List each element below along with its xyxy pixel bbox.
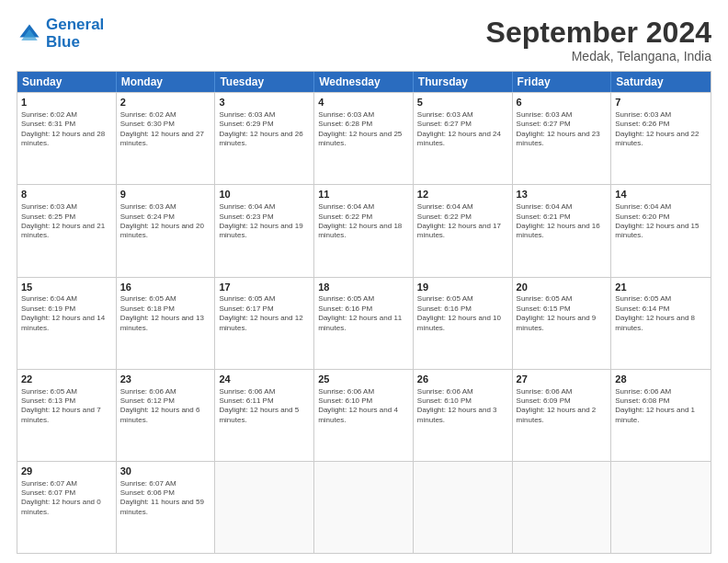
day-number: 7 [615, 96, 707, 109]
day-info: Sunrise: 6:04 AMSunset: 6:21 PMDaylight:… [517, 202, 608, 241]
day-number: 29 [21, 465, 112, 478]
day-info: Sunrise: 6:04 AMSunset: 6:22 PMDaylight:… [417, 202, 508, 241]
day-number: 3 [219, 96, 310, 109]
day-number: 18 [318, 281, 409, 294]
calendar-day-7: 7Sunrise: 6:03 AMSunset: 6:26 PMDaylight… [611, 93, 711, 184]
header-tuesday: Tuesday [215, 72, 314, 92]
calendar-day-6: 6Sunrise: 6:03 AMSunset: 6:27 PMDaylight… [513, 93, 612, 184]
calendar-row-3: 22Sunrise: 6:05 AMSunset: 6:13 PMDayligh… [17, 369, 711, 461]
empty-cell [513, 462, 612, 553]
calendar: Sunday Monday Tuesday Wednesday Thursday… [17, 71, 711, 554]
empty-cell [414, 462, 513, 553]
calendar-day-9: 9Sunrise: 6:03 AMSunset: 6:24 PMDaylight… [117, 185, 216, 276]
day-info: Sunrise: 6:03 AMSunset: 6:27 PMDaylight:… [417, 110, 508, 149]
calendar-day-24: 24Sunrise: 6:06 AMSunset: 6:11 PMDayligh… [215, 370, 314, 461]
header-thursday: Thursday [414, 72, 513, 92]
calendar-day-28: 28Sunrise: 6:06 AMSunset: 6:08 PMDayligh… [611, 370, 711, 461]
calendar-day-2: 2Sunrise: 6:02 AMSunset: 6:30 PMDaylight… [117, 93, 216, 184]
day-number: 11 [318, 188, 409, 201]
empty-cell [215, 462, 314, 553]
calendar-day-17: 17Sunrise: 6:05 AMSunset: 6:17 PMDayligh… [215, 278, 314, 369]
title-block: September 2024 Medak, Telangana, India [486, 17, 711, 63]
day-number: 16 [120, 281, 211, 294]
calendar-day-18: 18Sunrise: 6:05 AMSunset: 6:16 PMDayligh… [314, 278, 414, 369]
day-number: 13 [517, 188, 608, 201]
day-info: Sunrise: 6:03 AMSunset: 6:29 PMDaylight:… [219, 110, 310, 149]
calendar-day-5: 5Sunrise: 6:03 AMSunset: 6:27 PMDaylight… [414, 93, 513, 184]
calendar-day-3: 3Sunrise: 6:03 AMSunset: 6:29 PMDaylight… [215, 93, 314, 184]
calendar-day-15: 15Sunrise: 6:04 AMSunset: 6:19 PMDayligh… [17, 278, 117, 369]
logo-text: General Blue [46, 17, 104, 51]
calendar-day-1: 1Sunrise: 6:02 AMSunset: 6:31 PMDaylight… [17, 93, 117, 184]
day-info: Sunrise: 6:07 AMSunset: 6:07 PMDaylight:… [21, 479, 112, 518]
calendar-day-11: 11Sunrise: 6:04 AMSunset: 6:22 PMDayligh… [314, 185, 414, 276]
day-info: Sunrise: 6:06 AMSunset: 6:08 PMDaylight:… [615, 387, 707, 426]
calendar-day-29: 29Sunrise: 6:07 AMSunset: 6:07 PMDayligh… [17, 462, 117, 553]
day-info: Sunrise: 6:06 AMSunset: 6:11 PMDaylight:… [219, 387, 310, 426]
calendar-row-0: 1Sunrise: 6:02 AMSunset: 6:31 PMDaylight… [17, 92, 711, 184]
day-number: 2 [120, 96, 211, 109]
day-number: 17 [219, 281, 310, 294]
calendar-day-20: 20Sunrise: 6:05 AMSunset: 6:15 PMDayligh… [513, 278, 612, 369]
calendar-day-23: 23Sunrise: 6:06 AMSunset: 6:12 PMDayligh… [117, 370, 216, 461]
calendar-day-14: 14Sunrise: 6:04 AMSunset: 6:20 PMDayligh… [611, 185, 711, 276]
day-info: Sunrise: 6:06 AMSunset: 6:10 PMDaylight:… [417, 387, 508, 426]
day-number: 8 [21, 188, 112, 201]
day-number: 14 [615, 188, 707, 201]
day-number: 26 [417, 373, 508, 386]
day-number: 22 [21, 373, 112, 386]
calendar-day-21: 21Sunrise: 6:05 AMSunset: 6:14 PMDayligh… [611, 278, 711, 369]
day-info: Sunrise: 6:04 AMSunset: 6:22 PMDaylight:… [318, 202, 409, 241]
day-number: 19 [417, 281, 508, 294]
day-info: Sunrise: 6:04 AMSunset: 6:23 PMDaylight:… [219, 202, 310, 241]
logo-blue: Blue [46, 34, 104, 52]
day-info: Sunrise: 6:05 AMSunset: 6:16 PMDaylight:… [417, 294, 508, 333]
day-info: Sunrise: 6:05 AMSunset: 6:13 PMDaylight:… [21, 387, 112, 426]
header-friday: Friday [513, 72, 612, 92]
day-info: Sunrise: 6:04 AMSunset: 6:20 PMDaylight:… [615, 202, 707, 241]
calendar-day-22: 22Sunrise: 6:05 AMSunset: 6:13 PMDayligh… [17, 370, 117, 461]
day-info: Sunrise: 6:03 AMSunset: 6:24 PMDaylight:… [120, 202, 211, 241]
header-saturday: Saturday [611, 72, 711, 92]
location-subtitle: Medak, Telangana, India [486, 49, 711, 63]
day-number: 27 [517, 373, 608, 386]
day-number: 24 [219, 373, 310, 386]
calendar-header: Sunday Monday Tuesday Wednesday Thursday… [17, 72, 711, 92]
day-info: Sunrise: 6:03 AMSunset: 6:28 PMDaylight:… [318, 110, 409, 149]
day-info: Sunrise: 6:04 AMSunset: 6:19 PMDaylight:… [21, 294, 112, 333]
day-info: Sunrise: 6:05 AMSunset: 6:14 PMDaylight:… [615, 294, 707, 333]
header-monday: Monday [117, 72, 216, 92]
day-info: Sunrise: 6:06 AMSunset: 6:09 PMDaylight:… [517, 387, 608, 426]
day-number: 25 [318, 373, 409, 386]
day-number: 1 [21, 96, 112, 109]
header-wednesday: Wednesday [314, 72, 414, 92]
calendar-day-30: 30Sunrise: 6:07 AMSunset: 6:06 PMDayligh… [117, 462, 216, 553]
day-number: 23 [120, 373, 211, 386]
day-info: Sunrise: 6:05 AMSunset: 6:17 PMDaylight:… [219, 294, 310, 333]
month-title: September 2024 [486, 17, 711, 49]
day-number: 21 [615, 281, 707, 294]
empty-cell [611, 462, 711, 553]
day-info: Sunrise: 6:05 AMSunset: 6:18 PMDaylight:… [120, 294, 211, 333]
day-info: Sunrise: 6:02 AMSunset: 6:30 PMDaylight:… [120, 110, 211, 149]
calendar-day-26: 26Sunrise: 6:06 AMSunset: 6:10 PMDayligh… [414, 370, 513, 461]
day-number: 15 [21, 281, 112, 294]
day-info: Sunrise: 6:03 AMSunset: 6:27 PMDaylight:… [517, 110, 608, 149]
day-number: 4 [318, 96, 409, 109]
header-sunday: Sunday [17, 72, 117, 92]
calendar-day-16: 16Sunrise: 6:05 AMSunset: 6:18 PMDayligh… [117, 278, 216, 369]
header: General Blue September 2024 Medak, Telan… [17, 17, 711, 63]
day-number: 20 [517, 281, 608, 294]
day-info: Sunrise: 6:02 AMSunset: 6:31 PMDaylight:… [21, 110, 112, 149]
logo-general: General [46, 16, 104, 33]
calendar-day-13: 13Sunrise: 6:04 AMSunset: 6:21 PMDayligh… [513, 185, 612, 276]
calendar-day-10: 10Sunrise: 6:04 AMSunset: 6:23 PMDayligh… [215, 185, 314, 276]
day-number: 28 [615, 373, 707, 386]
empty-cell [314, 462, 414, 553]
calendar-day-25: 25Sunrise: 6:06 AMSunset: 6:10 PMDayligh… [314, 370, 414, 461]
calendar-row-4: 29Sunrise: 6:07 AMSunset: 6:07 PMDayligh… [17, 461, 711, 553]
logo: General Blue [17, 17, 104, 51]
calendar-day-19: 19Sunrise: 6:05 AMSunset: 6:16 PMDayligh… [414, 278, 513, 369]
day-info: Sunrise: 6:06 AMSunset: 6:10 PMDaylight:… [318, 387, 409, 426]
day-info: Sunrise: 6:07 AMSunset: 6:06 PMDaylight:… [120, 479, 211, 518]
